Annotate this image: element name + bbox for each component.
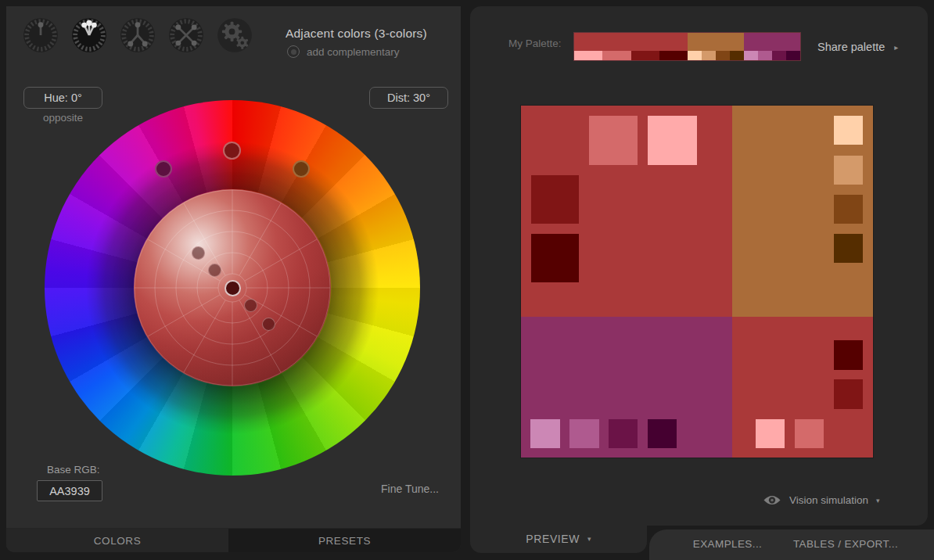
add-complementary-row: add complementary bbox=[287, 45, 400, 58]
variant-dot-4[interactable] bbox=[262, 318, 275, 331]
preview-swatch bbox=[648, 419, 677, 448]
scheme-mode-toolbar bbox=[23, 17, 253, 53]
palette-group-primary[interactable] bbox=[574, 33, 688, 60]
tab-preview-label: PREVIEW bbox=[526, 533, 580, 545]
my-palette-label: My Palette: bbox=[508, 38, 562, 49]
color-wheel[interactable] bbox=[45, 100, 420, 476]
scheme-title: Adjacent colors (3-colors) bbox=[286, 27, 427, 41]
palette-main-swatch[interactable] bbox=[688, 33, 744, 51]
palette-preview-panel: My Palette: bbox=[470, 6, 928, 526]
app-root: Adjacent colors (3-colors) add complemen… bbox=[0, 0, 934, 560]
preview-swatch bbox=[531, 175, 579, 224]
preview-swatch bbox=[589, 116, 638, 165]
preview-swatch bbox=[834, 156, 863, 185]
preview-quadrant-primary bbox=[521, 106, 732, 317]
variant-dot-1[interactable] bbox=[192, 246, 205, 260]
base-rgb-label: Base RGB: bbox=[47, 464, 100, 476]
preview-quadrant-cool bbox=[521, 317, 732, 458]
tab-preview[interactable]: PREVIEW ▾ bbox=[470, 508, 647, 553]
palette-variant-swatch[interactable] bbox=[702, 51, 716, 60]
right-tab-bar: EXAMPLES... TABLES / EXPORT... bbox=[649, 529, 934, 560]
tab-tables-export[interactable]: TABLES / EXPORT... bbox=[783, 538, 908, 550]
palette-variant-swatch[interactable] bbox=[602, 51, 630, 60]
preview-swatch bbox=[834, 116, 863, 145]
my-palette-strip[interactable] bbox=[573, 32, 801, 61]
eye-icon bbox=[763, 494, 781, 506]
scheme-preview bbox=[521, 106, 873, 458]
variant-dot-2[interactable] bbox=[208, 264, 221, 277]
tab-examples[interactable]: EXAMPLES... bbox=[681, 538, 774, 550]
variant-dot-3[interactable] bbox=[244, 299, 257, 312]
share-palette-button[interactable]: Share palette ▸ bbox=[817, 41, 898, 53]
preview-swatch bbox=[648, 116, 697, 165]
palette-variant-swatch[interactable] bbox=[574, 51, 602, 60]
palette-variant-swatch[interactable] bbox=[786, 51, 800, 60]
fine-tune-link[interactable]: Fine Tune... bbox=[335, 483, 439, 495]
add-complementary-radio[interactable] bbox=[287, 45, 300, 58]
preview-swatch bbox=[569, 419, 599, 448]
palette-main-swatch[interactable] bbox=[574, 33, 688, 51]
vision-simulation-dropdown[interactable]: Vision simulation ▾ bbox=[763, 494, 880, 506]
preview-swatch bbox=[795, 419, 824, 448]
scheme-panel: Adjacent colors (3-colors) add complemen… bbox=[6, 6, 461, 552]
preview-swatch bbox=[609, 419, 638, 448]
palette-variant-swatch[interactable] bbox=[659, 51, 688, 60]
tetrad-scheme-icon[interactable] bbox=[168, 17, 204, 53]
adjacent-scheme-icon[interactable] bbox=[71, 17, 107, 53]
add-complementary-label: add complementary bbox=[307, 46, 400, 58]
wheel-center-marker[interactable] bbox=[225, 280, 241, 296]
preview-swatch bbox=[834, 195, 863, 224]
palette-group-warm[interactable] bbox=[688, 33, 744, 60]
share-palette-label: Share palette bbox=[817, 41, 885, 53]
palette-variant-swatch[interactable] bbox=[730, 51, 744, 60]
left-tab-bar: COLORS PRESETS bbox=[6, 528, 461, 552]
radio-dot bbox=[291, 49, 296, 55]
tab-colors[interactable]: COLORS bbox=[6, 529, 228, 552]
palette-variant-swatch[interactable] bbox=[744, 51, 758, 60]
preview-swatch bbox=[531, 234, 579, 282]
palette-main-swatch[interactable] bbox=[744, 33, 800, 51]
triad-scheme-icon[interactable] bbox=[120, 17, 156, 53]
palette-group-cool[interactable] bbox=[744, 33, 800, 60]
tab-presets[interactable]: PRESETS bbox=[228, 529, 461, 552]
palette-variant-swatch[interactable] bbox=[688, 51, 702, 60]
palette-variant-swatch[interactable] bbox=[716, 51, 730, 60]
vision-simulation-label: Vision simulation bbox=[789, 494, 868, 506]
palette-variant-swatch[interactable] bbox=[631, 51, 659, 60]
base-rgb-input[interactable] bbox=[37, 480, 102, 501]
preview-swatch bbox=[530, 419, 560, 448]
preview-quadrant-primary-2 bbox=[732, 317, 873, 458]
wheel-marker-secondary-left[interactable] bbox=[155, 160, 172, 178]
preview-quadrant-warm bbox=[732, 106, 873, 317]
palette-variant-swatch[interactable] bbox=[772, 51, 786, 60]
preview-swatch bbox=[834, 340, 863, 370]
mono-scheme-icon[interactable] bbox=[23, 17, 59, 53]
freestyle-gears-icon[interactable] bbox=[217, 17, 253, 53]
wheel-marker-base[interactable] bbox=[223, 142, 241, 160]
chevron-down-icon: ▾ bbox=[587, 535, 591, 543]
preview-swatch bbox=[834, 379, 863, 409]
chevron-right-icon: ▸ bbox=[894, 43, 898, 52]
wheel-marker-secondary-right[interactable] bbox=[293, 160, 310, 178]
chevron-down-icon: ▾ bbox=[876, 497, 880, 504]
preview-swatch bbox=[834, 234, 863, 263]
preview-swatch bbox=[756, 419, 785, 448]
palette-variant-swatch[interactable] bbox=[758, 51, 772, 60]
